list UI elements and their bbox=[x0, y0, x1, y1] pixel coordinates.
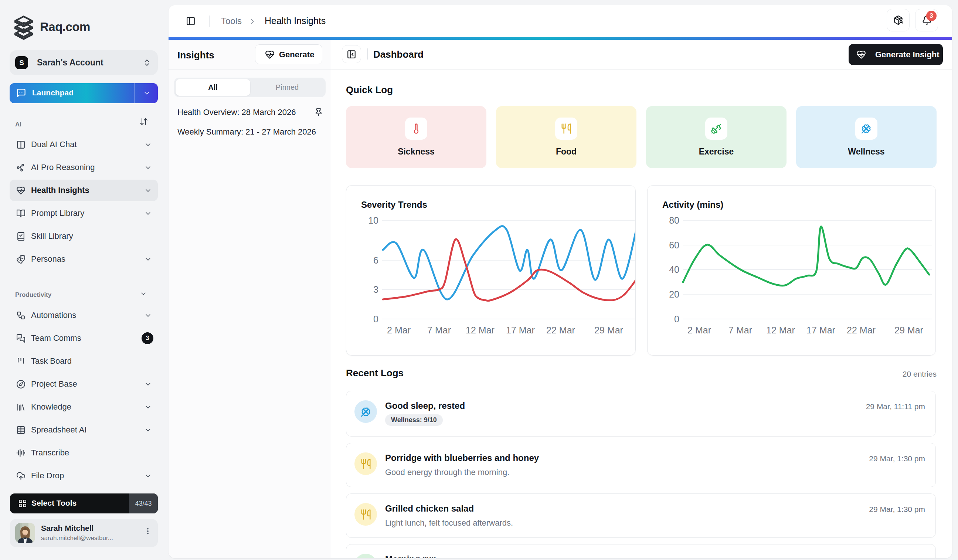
svg-text:17 Mar: 17 Mar bbox=[806, 325, 835, 335]
svg-text:20: 20 bbox=[669, 289, 679, 300]
svg-text:7 Mar: 7 Mar bbox=[728, 325, 752, 335]
svg-text:22 Mar: 22 Mar bbox=[847, 325, 876, 335]
svg-text:80: 80 bbox=[669, 215, 679, 225]
svg-text:7 Mar: 7 Mar bbox=[427, 325, 451, 335]
svg-text:2 Mar: 2 Mar bbox=[387, 325, 411, 335]
svg-text:3: 3 bbox=[373, 284, 379, 295]
svg-text:2 Mar: 2 Mar bbox=[687, 325, 711, 335]
svg-text:12 Mar: 12 Mar bbox=[766, 325, 795, 335]
svg-text:0: 0 bbox=[674, 314, 679, 324]
svg-text:10: 10 bbox=[368, 215, 379, 225]
svg-text:40: 40 bbox=[669, 264, 679, 274]
svg-text:0: 0 bbox=[373, 314, 379, 324]
svg-text:17 Mar: 17 Mar bbox=[506, 325, 535, 335]
svg-text:12 Mar: 12 Mar bbox=[466, 325, 495, 335]
svg-text:6: 6 bbox=[373, 255, 379, 265]
svg-text:22 Mar: 22 Mar bbox=[546, 325, 575, 335]
svg-text:29 Mar: 29 Mar bbox=[895, 325, 923, 335]
svg-text:60: 60 bbox=[669, 240, 679, 250]
svg-text:29 Mar: 29 Mar bbox=[594, 325, 623, 335]
